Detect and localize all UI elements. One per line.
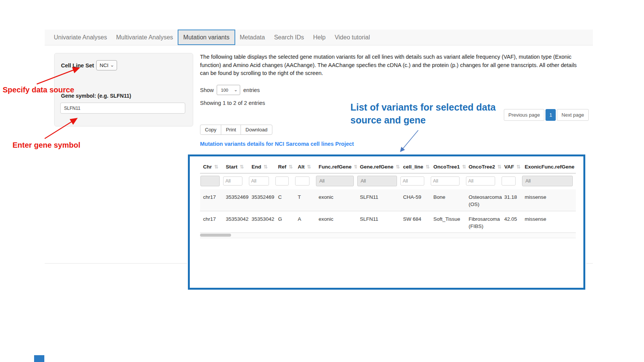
table-row[interactable]: chr173535246935352469CTexonicSLFN11CHA-5… bbox=[200, 189, 576, 211]
showing-entries-status: Showing 1 to 2 of 2 entries bbox=[200, 100, 265, 106]
sort-icon[interactable]: ⇅ bbox=[289, 164, 293, 170]
pagination: Previous page 1 Next page bbox=[504, 109, 590, 121]
column-header-cell-line[interactable]: cell_line⇅ bbox=[400, 161, 430, 173]
tab-video-tutorial[interactable]: Video tutorial bbox=[330, 30, 374, 45]
table-cell: 35353042 bbox=[249, 211, 275, 232]
filter-cell: All bbox=[522, 173, 576, 190]
column-header-label: VAF bbox=[504, 164, 514, 170]
table-title-link[interactable]: Mutation variants details for NCI Sarcom… bbox=[200, 141, 354, 147]
sort-icon[interactable]: ⇅ bbox=[497, 164, 501, 170]
column-filter-input[interactable] bbox=[502, 176, 516, 186]
content-divider-right bbox=[586, 263, 593, 264]
sort-icon[interactable]: ⇅ bbox=[307, 164, 311, 170]
column-filter-input[interactable] bbox=[466, 176, 495, 186]
column-header-alt[interactable]: Alt⇅ bbox=[295, 161, 316, 173]
variants-table: Chr⇅Start⇅End⇅Ref⇅Alt⇅Func.refGene⇅Gene.… bbox=[200, 161, 576, 232]
print-button[interactable]: Print bbox=[221, 125, 241, 135]
chevron-down-icon: ⌄ bbox=[234, 87, 238, 92]
page-length-control: Show 100 ⌄ entries bbox=[200, 85, 260, 95]
column-header-oncotree2[interactable]: OncoTree2⇅ bbox=[466, 161, 501, 173]
column-filter-select[interactable]: All bbox=[316, 176, 354, 186]
column-header-oncotree1[interactable]: OncoTree1⇅ bbox=[430, 161, 466, 173]
sort-icon[interactable]: ⇅ bbox=[354, 164, 357, 170]
column-header-chr[interactable]: Chr⇅ bbox=[200, 161, 223, 173]
page-length-value: 100 bbox=[221, 88, 228, 92]
horizontal-scrollbar bbox=[200, 232, 576, 238]
filter-cell bbox=[466, 173, 501, 190]
cell-line-set-select[interactable]: NCI ⌄ bbox=[96, 60, 117, 70]
filter-cell bbox=[275, 173, 295, 190]
previous-page-button[interactable]: Previous page bbox=[504, 109, 544, 121]
column-header-label: Gene.refGene bbox=[360, 164, 394, 170]
table-cell: exonic bbox=[316, 211, 357, 232]
column-header-func-refgene[interactable]: Func.refGene⇅ bbox=[316, 161, 357, 173]
tab-multivariate-analyses[interactable]: Multivariate Analyses bbox=[112, 30, 178, 45]
column-header-label: End bbox=[252, 164, 261, 170]
table-cell: T bbox=[295, 189, 316, 211]
column-header-gene-refgene[interactable]: Gene.refGene⇅ bbox=[357, 161, 400, 173]
app-page: Univariate Analyses Multivariate Analyse… bbox=[0, 0, 644, 362]
column-filter-select[interactable]: All bbox=[522, 176, 573, 186]
table-cell: missense bbox=[522, 189, 576, 211]
table-cell: chr17 bbox=[200, 189, 223, 211]
column-header-ref[interactable]: Ref⇅ bbox=[275, 161, 295, 173]
blue-arrow-variants-list bbox=[401, 130, 418, 151]
filter-cell bbox=[200, 173, 223, 190]
column-filter-input[interactable] bbox=[295, 176, 309, 186]
download-button[interactable]: Download bbox=[241, 125, 272, 135]
column-header-label: Ref bbox=[278, 164, 286, 170]
column-filter-input[interactable] bbox=[223, 176, 242, 186]
filter-row: AllAllAll bbox=[200, 173, 576, 190]
sort-icon[interactable]: ⇅ bbox=[396, 164, 400, 170]
table-row[interactable]: chr173535304235353042GAexonicSLFN11SW 68… bbox=[200, 211, 576, 232]
table-cell: Soft_Tissue bbox=[430, 211, 466, 232]
column-header-exonicfunc-refgene[interactable]: ExonicFunc.refGene⇅ bbox=[522, 161, 576, 173]
table-cell: chr17 bbox=[200, 211, 223, 232]
sort-icon[interactable]: ⇅ bbox=[462, 164, 466, 170]
column-filter-input[interactable] bbox=[431, 176, 460, 186]
table-cell: 35352469 bbox=[249, 189, 275, 211]
sort-icon[interactable]: ⇅ bbox=[425, 164, 430, 170]
column-filter-input[interactable] bbox=[249, 176, 269, 186]
column-filter-input[interactable] bbox=[400, 176, 424, 186]
column-filter-select[interactable] bbox=[200, 176, 220, 186]
table-cell: SLFN11 bbox=[357, 189, 400, 211]
table-cell: 35353042 bbox=[223, 211, 249, 232]
tab-metadata[interactable]: Metadata bbox=[235, 30, 270, 45]
table-cell: missense bbox=[522, 211, 576, 232]
sidebar-panel: Cell Line Set NCI ⌄ Gene symbol: (e.g. S… bbox=[54, 53, 193, 126]
table-cell: 42.05 bbox=[501, 211, 522, 232]
sort-icon[interactable]: ⇅ bbox=[264, 164, 268, 170]
next-page-button[interactable]: Next page bbox=[557, 109, 588, 121]
column-filter-input[interactable] bbox=[275, 176, 289, 186]
table-cell: SW 684 bbox=[400, 211, 430, 232]
column-header-start[interactable]: Start⇅ bbox=[223, 161, 249, 173]
scrollbar-thumb[interactable] bbox=[200, 234, 231, 237]
sort-icon[interactable]: ⇅ bbox=[516, 164, 521, 170]
sort-icon[interactable]: ⇅ bbox=[214, 164, 218, 170]
filter-cell bbox=[501, 173, 522, 190]
table-cell: 35352469 bbox=[223, 189, 249, 211]
page-length-select[interactable]: 100 ⌄ bbox=[217, 85, 240, 95]
current-page-button[interactable]: 1 bbox=[546, 109, 556, 121]
gene-symbol-input[interactable] bbox=[60, 103, 185, 114]
table-description: The following table displays the selecte… bbox=[200, 53, 578, 78]
column-header-end[interactable]: End⇅ bbox=[249, 161, 275, 173]
annotation-enter-gene-symbol: Enter gene symbol bbox=[13, 141, 80, 150]
column-header-label: ExonicFunc.refGene bbox=[525, 164, 574, 170]
table-cell: 31.18 bbox=[501, 189, 522, 211]
column-header-vaf[interactable]: VAF⇅ bbox=[501, 161, 522, 173]
annotation-list-of-variants: List of variants for selected data sourc… bbox=[350, 101, 496, 126]
column-header-label: Start bbox=[226, 164, 238, 170]
export-button-group: Copy Print Download bbox=[200, 125, 272, 135]
sort-icon[interactable]: ⇅ bbox=[240, 164, 244, 170]
tab-univariate-analyses[interactable]: Univariate Analyses bbox=[49, 30, 112, 45]
tab-search-ids[interactable]: Search IDs bbox=[269, 30, 308, 45]
tab-mutation-variants[interactable]: Mutation variants bbox=[178, 30, 235, 45]
table-cell: C bbox=[275, 189, 295, 211]
column-filter-select[interactable]: All bbox=[357, 176, 397, 186]
table-cell: Fibrosarcoma (FIBS) bbox=[466, 211, 501, 232]
tab-help[interactable]: Help bbox=[309, 30, 330, 45]
table-cell: Osteosarcoma (OS) bbox=[466, 189, 501, 211]
copy-button[interactable]: Copy bbox=[200, 125, 221, 135]
